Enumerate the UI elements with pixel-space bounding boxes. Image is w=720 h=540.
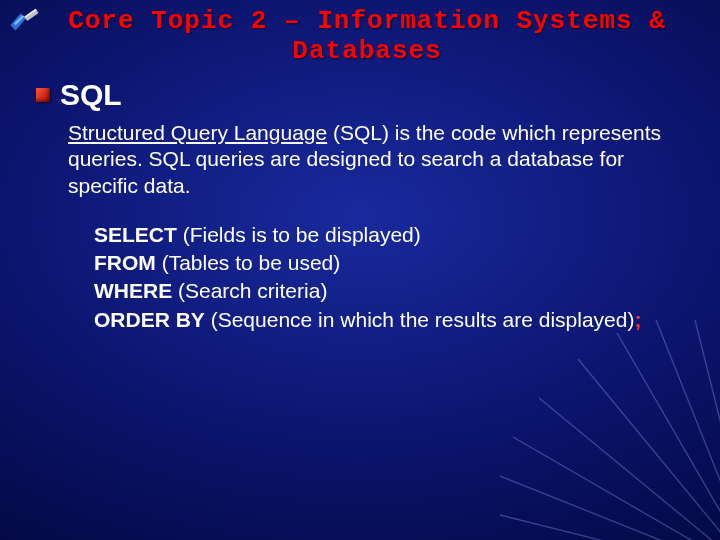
svg-line-3 <box>513 437 720 540</box>
keyword-orderby: ORDER BY <box>94 308 205 331</box>
keyword-select: SELECT <box>94 223 177 246</box>
desc-from: (Tables to be used) <box>156 251 340 274</box>
bullet-icon <box>36 88 50 102</box>
section-heading: SQL <box>60 78 122 112</box>
slide-title: Core Topic 2 – Information Systems & Dat… <box>0 0 720 66</box>
keyword-from: FROM <box>94 251 156 274</box>
brush-icon <box>8 8 44 34</box>
svg-line-5 <box>578 359 720 540</box>
sql-semicolon: ; <box>634 308 641 331</box>
svg-line-1 <box>500 515 720 540</box>
term-underlined: Structured Query Language <box>68 121 327 144</box>
svg-line-6 <box>617 333 720 540</box>
keyword-where: WHERE <box>94 279 172 302</box>
svg-line-2 <box>500 476 720 540</box>
desc-where: (Search criteria) <box>172 279 327 302</box>
desc-orderby: (Sequence in which the results are displ… <box>205 308 635 331</box>
sql-syntax-block: SELECT (Fields is to be displayed) FROM … <box>94 221 650 334</box>
intro-paragraph: Structured Query Language (SQL) is the c… <box>68 120 670 199</box>
desc-select: (Fields is to be displayed) <box>177 223 421 246</box>
sql-line-orderby: ORDER BY (Sequence in which the results … <box>94 306 650 334</box>
svg-rect-10 <box>24 9 38 21</box>
corner-rays-decoration <box>500 320 720 540</box>
svg-line-8 <box>695 320 720 540</box>
sql-line-from: FROM (Tables to be used) <box>94 249 650 277</box>
svg-line-7 <box>656 320 720 540</box>
sql-line-select: SELECT (Fields is to be displayed) <box>94 221 650 249</box>
svg-line-4 <box>539 398 720 540</box>
sql-line-where: WHERE (Search criteria) <box>94 277 650 305</box>
